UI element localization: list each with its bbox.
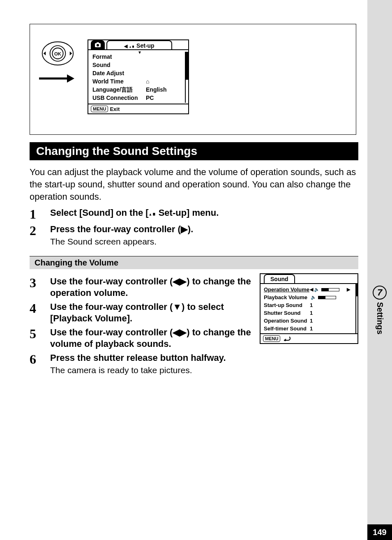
menu-button-chip: MENU [91,106,108,112]
svg-point-10 [97,44,99,46]
section-heading: Changing the Sound Settings [30,142,358,160]
step-number: 5 [30,327,50,341]
scrollbar [355,284,358,333]
tab-setup-label: Set-up [136,42,154,49]
svg-marker-7 [67,74,74,83]
sound-tab-label: Sound [264,274,295,283]
return-icon [284,336,291,341]
svg-marker-5 [70,51,72,55]
arrow-right-icon [38,74,75,85]
step-5: 5 Use the four-way controller (◀▶) to ch… [30,327,252,350]
val-operation-sound: 1 [310,317,313,325]
svg-marker-4 [44,51,46,55]
chapter-label: Settings [375,302,385,335]
step-2: 2 Press the four-way controller (▶). The… [30,224,358,247]
svg-text:OK: OK [54,51,62,56]
menu-item-usb: USB Connection [92,94,146,102]
tools-icon [149,209,156,217]
volume-bar [321,288,339,291]
step-title: Press the four-way controller (▶). [50,224,358,235]
triangle-right-icon: ▶ [347,286,350,293]
menu-value-language: English [146,85,167,94]
step-number: 3 [30,276,50,290]
step-3: 3 Use the four-way controller (◀▶) to ch… [30,276,252,299]
row-operation-volume: Operation Volume [264,286,310,293]
page-number: 149 [367,524,392,540]
menu-value-usb: PC [146,94,154,102]
val-startup-sound: 1 [310,301,313,309]
sidebar-strip [367,0,392,540]
svg-rect-9 [97,42,99,44]
row-playback-volume: Playback Volume [264,293,310,301]
menu-item-language: Language/言語 [92,85,146,94]
row-shutter-sound: Shutter Sound [264,309,310,317]
step-number: 2 [30,224,50,238]
tools-icon [129,43,135,48]
subheading-volume: Changing the Volume [30,256,358,269]
lcd-footer: MENU [261,333,357,343]
scrollbar [185,52,188,103]
figure-setup-menu: OK ◀ Set-up ▼ Format Sou [30,24,356,135]
step-desc: The camera is ready to take pictures. [50,365,358,376]
menu-item-world-time: World Time [92,77,146,85]
step-6: 6 Press the shutter release button halfw… [30,352,358,376]
step-number: 6 [30,352,50,366]
step-title: Use the four-way controller (◀▶) to chan… [50,276,252,299]
speaker-icon: 🔈 [311,293,316,301]
volume-bar [318,296,336,299]
step-4: 4 Use the four-way controller (▼) to sel… [30,301,252,324]
speaker-icon: 🔈 [314,286,320,293]
home-icon: ⌂ [146,77,149,85]
step-number: 1 [30,207,50,221]
step-title: Press the shutter release button halfway… [50,352,358,364]
step-number: 4 [30,301,50,315]
row-startup-sound: Start-up Sound [264,301,310,309]
step-title: Use the four-way controller (▼) to selec… [50,301,252,324]
tab-record-icon [91,40,105,49]
triangle-left-icon: ◀ [310,286,313,293]
step-title: Select [Sound] on the [ Set-up] menu. [50,207,358,219]
lcd-footer-exit: Exit [110,106,120,112]
lcd-footer: MENUExit [88,104,188,113]
menu-button-chip: MENU [263,335,280,342]
chapter-number: 7 [373,286,387,300]
step-title: Use the four-way controller (◀▶) to chan… [50,327,252,350]
row-operation-sound: Operation Sound [264,317,310,325]
tab-setup: ◀ Set-up [106,40,172,49]
step-desc: The Sound screen appears. [50,236,358,247]
row-selftimer-sound: Self-timer Sound [264,325,310,332]
four-way-controller-icon: OK [40,40,75,67]
lcd-setup-menu: ◀ Set-up ▼ Format Sound Date Adjust Worl… [88,39,189,114]
chapter-tab: 7 Settings [367,286,392,335]
step-1: 1 Select [Sound] on the [ Set-up] menu. [30,207,358,221]
intro-paragraph: You can adjust the playback volume and t… [30,166,358,203]
menu-item-format: Format [92,53,146,61]
menu-item-sound: Sound [92,61,146,69]
menu-item-date-adjust: Date Adjust [92,69,146,77]
lcd-sound-menu: Sound Operation Volume ◀ 🔈 ▶ Playback Vo… [260,273,358,344]
val-selftimer-sound: 1 [310,325,313,332]
val-shutter-sound: 1 [310,309,313,317]
